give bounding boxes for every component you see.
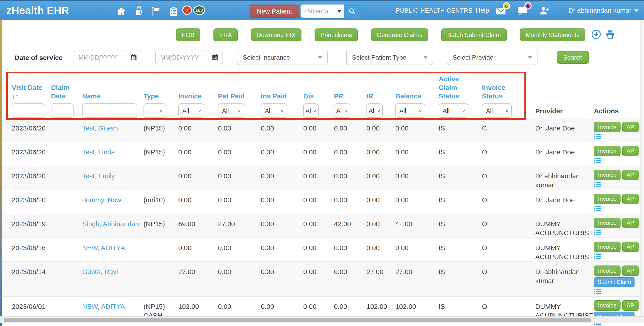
submit-claim-button[interactable]: Submit Claim [594, 277, 635, 287]
patient-name-link[interactable]: Test, Gitesh [82, 124, 118, 132]
list-icon[interactable] [594, 253, 601, 259]
list-icon[interactable] [594, 229, 601, 235]
search-button[interactable]: Search [557, 51, 589, 64]
user-menu[interactable]: Dr abhinandan kumar [568, 7, 638, 14]
provider-select[interactable]: Select Provider [447, 50, 538, 65]
vertical-scrollbar[interactable] [640, 20, 644, 316]
list-icon[interactable] [594, 158, 601, 163]
invoice-button[interactable]: Invoice [594, 146, 620, 156]
ap-button[interactable]: AP [622, 146, 638, 156]
balance-filter-select[interactable]: All∨ [395, 103, 425, 118]
pr-filter-select[interactable]: Al∨ [334, 103, 350, 118]
ap-button[interactable]: AP [622, 218, 638, 228]
patient-name-link[interactable]: dummy, New [82, 196, 121, 204]
list-icon[interactable] [594, 288, 601, 294]
flag-icon[interactable] [151, 6, 162, 17]
claim-date-filter-input[interactable] [51, 103, 74, 118]
patient-name-link[interactable]: Gupta, Ravi [82, 268, 118, 275]
ap-button[interactable]: AP [622, 242, 638, 252]
new-patient-button[interactable]: New Patient [250, 5, 299, 18]
pat-paid-cell: 0.00 [218, 166, 261, 190]
brand-logo[interactable]: zHealth EHR [6, 5, 69, 17]
pr-cell: 0.00 [334, 118, 366, 142]
add-user-icon[interactable] [539, 6, 550, 16]
invoice-button[interactable]: Invoice [594, 218, 620, 228]
era-button[interactable]: ERA [214, 29, 238, 41]
date-to-field[interactable] [155, 51, 223, 64]
download-icon[interactable] [591, 29, 601, 39]
patient-name-cell: Test, Linda [82, 142, 144, 166]
invoice-button[interactable]: Invoice [594, 122, 620, 132]
basket-icon[interactable] [133, 6, 144, 17]
list-icon[interactable] [594, 134, 601, 140]
active-claim-status-filter-select[interactable]: All∨ [439, 103, 468, 118]
ap-button[interactable]: AP [622, 300, 638, 311]
name-filter-input[interactable] [82, 103, 137, 118]
invoice-status-cell: O [482, 238, 535, 261]
top-nav: zHealth EHR 7 160 New Patient Patient's … [0, 0, 644, 20]
invoice-status-filter-select[interactable]: All∨ [482, 103, 512, 118]
ap-button[interactable]: AP [622, 265, 638, 276]
invoice-button[interactable]: Invoice [594, 300, 620, 311]
patient-name-link[interactable]: Test, Emily [82, 172, 115, 180]
help-link[interactable]: Help [476, 7, 489, 14]
ap-button[interactable]: AP [622, 170, 638, 180]
invoice-button[interactable]: Invoice [594, 242, 620, 252]
chat-icon[interactable]: 0 [517, 6, 529, 17]
ins-paid-cell: 0.00 [261, 214, 303, 237]
patient-name-link[interactable]: NEW, ADITYA [82, 302, 125, 310]
date-to-input[interactable] [160, 54, 212, 61]
invoice-button[interactable]: Invoice [594, 194, 620, 204]
col-invoice-status: Invoice Status [482, 83, 535, 101]
patient-search-button[interactable] [344, 5, 359, 18]
invoice-button[interactable]: Invoice [594, 265, 620, 276]
actions-cell: Invoice AP [594, 118, 644, 142]
eob-button[interactable]: EOB [176, 29, 200, 41]
patient-name-link[interactable]: Singh, Abhinandan [82, 220, 139, 228]
task-count-badge[interactable]: 160 [193, 6, 205, 15]
list-icon[interactable] [594, 205, 601, 211]
balance-cell: 0.00 [395, 190, 439, 214]
horizontal-scrollbar[interactable] [0, 316, 644, 323]
dis-filter-select[interactable]: Al∨ [303, 103, 318, 118]
date-from-field[interactable] [74, 51, 141, 64]
home-icon[interactable] [116, 6, 126, 17]
type-cell [144, 238, 178, 261]
patient-search-caret-icon[interactable] [337, 10, 342, 13]
invoice-filter-select[interactable]: All∨ [178, 103, 204, 118]
table-row: 2023/06/20 Test, Emily 0.00 0.00 0.00 0.… [0, 166, 644, 190]
patient-search-label[interactable]: Patient's [300, 8, 337, 15]
list-icon[interactable] [594, 181, 601, 187]
visit-date-cell: 2023/06/20 [12, 118, 51, 142]
list-icon[interactable] [594, 323, 601, 326]
invoice-cell: 0.00 [178, 238, 218, 261]
horizontal-scrollbar-thumb[interactable] [4, 318, 591, 322]
ap-button[interactable]: AP [622, 122, 638, 132]
monthly-statements-button[interactable]: Monthly Statements [520, 29, 585, 41]
messages-icon[interactable]: 0 [496, 6, 507, 17]
type-filter-select[interactable]: ∨ [144, 103, 166, 118]
ap-button[interactable]: AP [622, 194, 638, 204]
patient-name-link[interactable]: NEW, ADITYA [82, 244, 125, 251]
ins-paid-cell: 0.00 [261, 118, 303, 142]
ins-paid-filter-select[interactable]: All∨ [261, 103, 287, 118]
visit-date-filter-input[interactable] [12, 103, 45, 118]
generate-claims-button[interactable]: Generate Claims [371, 29, 428, 41]
patient-type-select[interactable]: Select Patient Type [346, 50, 433, 65]
sort-icon[interactable]: ↓↑ [12, 92, 18, 100]
download-edi-button[interactable]: Download EDI [251, 29, 302, 41]
dis-cell: 0.00 [303, 214, 334, 237]
batch-submit-claim-button[interactable]: Batch Submit Claim [441, 29, 506, 41]
patient-name-link[interactable]: Test, Linda [82, 148, 115, 156]
invoice-button[interactable]: Invoice [594, 170, 620, 180]
pat-paid-cell: 27.00 [218, 214, 261, 237]
ir-filter-select[interactable]: Al∨ [366, 103, 383, 118]
date-from-input[interactable] [78, 54, 130, 61]
print-claims-button[interactable]: Print claims [314, 29, 358, 41]
alert-count-badge[interactable]: 7 [182, 6, 192, 15]
table-row: 2023/06/16 NEW, ADITYA 0.00 0.00 0.00 0.… [0, 238, 644, 262]
insurance-select[interactable]: Select Insurance [237, 50, 328, 65]
print-icon[interactable] [605, 29, 615, 39]
clipboard-icon[interactable] [168, 6, 179, 17]
pat-paid-filter-select[interactable]: All∨ [218, 103, 244, 118]
